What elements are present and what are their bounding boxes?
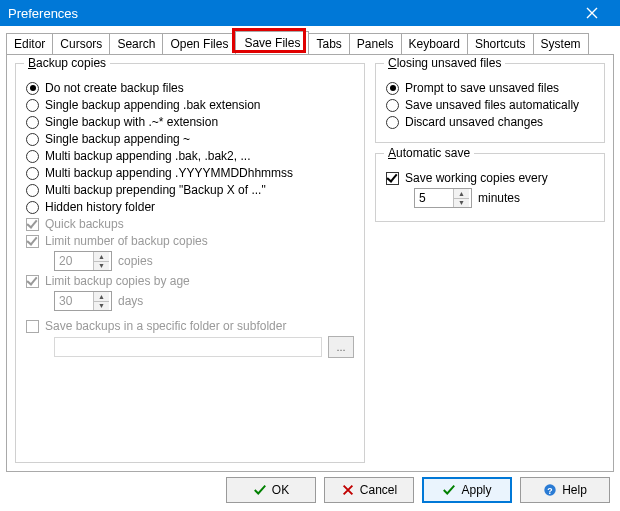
limit-age-spinbox: ▲▼ bbox=[54, 291, 112, 311]
backup-option-label: Single backup appending .bak extension bbox=[45, 98, 261, 112]
help-button-label: Help bbox=[562, 483, 587, 497]
limit-number-spinbox: ▲▼ bbox=[54, 251, 112, 271]
backup-option-radio[interactable] bbox=[26, 201, 39, 214]
checkmark-icon bbox=[253, 483, 267, 497]
limit-number-label: Limit number of backup copies bbox=[45, 234, 208, 248]
limit-age-checkbox bbox=[26, 275, 39, 288]
tab-cursors[interactable]: Cursors bbox=[52, 33, 110, 54]
cancel-button[interactable]: Cancel bbox=[324, 477, 414, 503]
closing-option-radio[interactable] bbox=[386, 116, 399, 129]
apply-button-label: Apply bbox=[461, 483, 491, 497]
ellipsis-icon: ... bbox=[336, 341, 345, 353]
dialog-button-bar: OK Cancel Apply ? Help bbox=[226, 477, 610, 503]
limit-age-input bbox=[55, 292, 93, 310]
backup-option-label: Single backup appending ~ bbox=[45, 132, 190, 146]
help-icon: ? bbox=[543, 483, 557, 497]
tab-panel-save-files: Backup copies Do not create backup files… bbox=[6, 54, 614, 472]
limit-number-input bbox=[55, 252, 93, 270]
backup-option-radio[interactable] bbox=[26, 82, 39, 95]
backup-option-radio[interactable] bbox=[26, 99, 39, 112]
spin-down-icon: ▼ bbox=[94, 262, 109, 271]
save-in-folder-checkbox bbox=[26, 320, 39, 333]
tab-shortcuts[interactable]: Shortcuts bbox=[467, 33, 534, 54]
tab-editor[interactable]: Editor bbox=[6, 33, 53, 54]
checkmark-icon bbox=[442, 483, 456, 497]
tab-open-files[interactable]: Open Files bbox=[162, 33, 236, 54]
x-icon bbox=[341, 483, 355, 497]
quick-backups-checkbox bbox=[26, 218, 39, 231]
tab-system[interactable]: System bbox=[533, 33, 589, 54]
autosave-interval-spinbox[interactable]: ▲ ▼ bbox=[414, 188, 472, 208]
limit-age-label: Limit backup copies by age bbox=[45, 274, 190, 288]
backup-option-radio[interactable] bbox=[26, 167, 39, 180]
limit-age-unit: days bbox=[118, 294, 143, 308]
limit-number-unit: copies bbox=[118, 254, 153, 268]
browse-folder-button[interactable]: ... bbox=[328, 336, 354, 358]
backup-option-label: Do not create backup files bbox=[45, 81, 184, 95]
window-close-button[interactable] bbox=[572, 0, 612, 26]
spin-down-icon: ▼ bbox=[94, 302, 109, 311]
closing-option-label: Discard unsaved changes bbox=[405, 115, 543, 129]
backup-folder-input bbox=[54, 337, 322, 357]
group-backup-legend: Backup copies bbox=[24, 56, 110, 70]
backup-option-label: Hidden history folder bbox=[45, 200, 155, 214]
cancel-button-label: Cancel bbox=[360, 483, 397, 497]
tab-tabs[interactable]: Tabs bbox=[308, 33, 349, 54]
backup-option-radio[interactable] bbox=[26, 116, 39, 129]
closing-option-radio[interactable] bbox=[386, 99, 399, 112]
tab-keyboard[interactable]: Keyboard bbox=[401, 33, 468, 54]
backup-option-label: Single backup with .~* extension bbox=[45, 115, 218, 129]
quick-backups-label: Quick backups bbox=[45, 217, 124, 231]
backup-option-radio[interactable] bbox=[26, 133, 39, 146]
backup-option-label: Multi backup prepending "Backup X of ...… bbox=[45, 183, 266, 197]
close-icon bbox=[586, 7, 598, 19]
closing-option-label: Prompt to save unsaved files bbox=[405, 81, 559, 95]
spin-up-icon: ▲ bbox=[94, 252, 109, 262]
tab-search[interactable]: Search bbox=[109, 33, 163, 54]
spin-up-icon[interactable]: ▲ bbox=[454, 189, 469, 199]
backup-option-radio[interactable] bbox=[26, 150, 39, 163]
autosave-label: Save working copies every bbox=[405, 171, 548, 185]
apply-button[interactable]: Apply bbox=[422, 477, 512, 503]
help-button[interactable]: ? Help bbox=[520, 477, 610, 503]
autosave-interval-input[interactable] bbox=[415, 189, 453, 207]
limit-number-checkbox bbox=[26, 235, 39, 248]
backup-option-label: Multi backup appending .bak, .bak2, ... bbox=[45, 149, 250, 163]
closing-option-label: Save unsaved files automatically bbox=[405, 98, 579, 112]
closing-option-radio[interactable] bbox=[386, 82, 399, 95]
save-in-folder-label: Save backups in a specific folder or sub… bbox=[45, 319, 286, 333]
title-bar: Preferences bbox=[0, 0, 620, 26]
svg-text:?: ? bbox=[547, 486, 552, 496]
ok-button[interactable]: OK bbox=[226, 477, 316, 503]
window-title: Preferences bbox=[8, 6, 572, 21]
backup-option-label: Multi backup appending .YYYYMMDDhhmmss bbox=[45, 166, 293, 180]
ok-button-label: OK bbox=[272, 483, 289, 497]
group-closing-legend: Closing unsaved files bbox=[384, 56, 505, 70]
group-closing-unsaved: Closing unsaved files Prompt to save uns… bbox=[375, 63, 605, 143]
backup-option-radio[interactable] bbox=[26, 184, 39, 197]
autosave-unit: minutes bbox=[478, 191, 520, 205]
tab-save-files[interactable]: Save Files bbox=[235, 31, 309, 54]
group-autosave-legend: Automatic save bbox=[384, 146, 474, 160]
spin-up-icon: ▲ bbox=[94, 292, 109, 302]
group-backup-copies: Backup copies Do not create backup files… bbox=[15, 63, 365, 463]
autosave-checkbox[interactable] bbox=[386, 172, 399, 185]
spin-down-icon[interactable]: ▼ bbox=[454, 199, 469, 208]
group-automatic-save: Automatic save Save working copies every… bbox=[375, 153, 605, 222]
tab-panels[interactable]: Panels bbox=[349, 33, 402, 54]
tab-strip: EditorCursorsSearchOpen FilesSave FilesT… bbox=[6, 32, 614, 54]
